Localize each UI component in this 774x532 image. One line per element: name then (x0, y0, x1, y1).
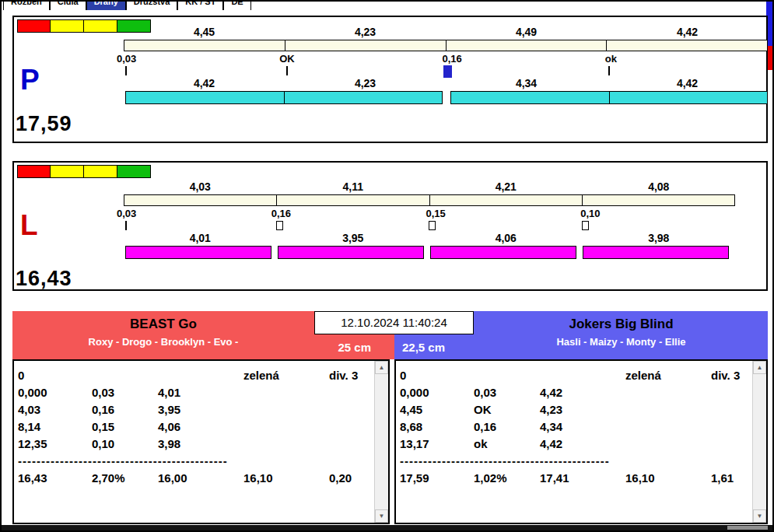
lane-bars-l: 4,03 4,11 4,21 4,08 0,03 0,16 0,15 0,10 (124, 172, 735, 299)
bar-segment (610, 91, 769, 104)
tick-box-marker (429, 221, 436, 230)
result-text-left: 0 zelená div. 3 0,0000,034,01 4,030,163,… (18, 367, 373, 521)
split-time: 4,01 (124, 232, 277, 244)
tab-drahy[interactable]: Dráhy (86, 2, 126, 10)
split-time: 3,95 (277, 232, 430, 244)
bar-segment (429, 195, 582, 205)
bar-segment (278, 246, 424, 259)
change-labels-p: 0,03 OK 0,16 ok (117, 53, 768, 65)
bar-segment (276, 195, 429, 205)
result-row: 13,17ok4,42 (400, 436, 751, 453)
bar-segment (583, 246, 729, 259)
change-label: 0,16 (271, 208, 426, 219)
upper-split-times-p: 4,45 4,23 4,49 4,42 (124, 26, 768, 38)
result-panel-left: 0 zelená div. 3 0,0000,034,01 4,030,163,… (12, 359, 390, 524)
result-row: 8,680,164,34 (400, 418, 751, 436)
bar-segment (430, 246, 576, 259)
scrollbar-left[interactable]: ▲ ▼ (374, 361, 388, 523)
team-name-left: BEAST Go (12, 311, 314, 332)
tab-rozbeh[interactable]: Rozbeh (3, 2, 50, 10)
change-label: ok (605, 53, 768, 65)
split-time: 4,11 (277, 180, 430, 193)
change-label: 0,03 (117, 208, 271, 219)
lane-panel-l: L 16,43 4,03 4,11 4,21 4,08 0,03 0,16 0,… (12, 161, 768, 291)
upper-segment-bar-l (124, 194, 735, 206)
scroll-down-icon[interactable]: ▼ (753, 509, 766, 523)
status-square-red (17, 165, 51, 178)
tick-box-marker (276, 221, 283, 230)
lane-letter-p: P (20, 65, 40, 94)
split-time: 4,42 (607, 77, 768, 89)
lane-letter-l: L (20, 211, 38, 240)
upper-segment-bar-p (124, 40, 768, 51)
status-square-yellow-1 (51, 19, 84, 33)
change-label: 0,10 (580, 208, 735, 219)
split-time: 4,42 (607, 26, 768, 38)
result-row: 4,030,163,95 (18, 401, 373, 418)
split-time: 4,21 (429, 180, 583, 193)
bar-segment (124, 195, 276, 205)
jump-height-right: 22,5 cm (402, 341, 445, 354)
bar-segment (125, 246, 271, 259)
bottom-edge-resize-area (727, 526, 768, 530)
app-window: Rozbeh Cidla Dráhy Družstva KK / ST DE P… (0, 0, 774, 532)
split-time: 4,06 (429, 232, 583, 244)
bar-segment (285, 40, 446, 51)
bar-segment (124, 40, 285, 51)
result-total-row: 17,59 1,02% 17,41 16,10 1,61 (400, 470, 751, 487)
result-text-right: 0 zelená div. 3 0,0000,034,42 4,45OK4,23… (400, 367, 751, 521)
split-time: 4,08 (583, 180, 736, 193)
result-head-row: 0 zelená div. 3 (18, 367, 373, 384)
bar-segment (125, 91, 285, 104)
change-label: 0,03 (117, 53, 279, 65)
tick-marker (286, 66, 288, 75)
change-label: OK (279, 53, 442, 65)
bar-segment (606, 40, 767, 51)
dog-list-right: Hasli - Maizy - Monty - Ellie (475, 336, 768, 348)
active-marker (443, 65, 452, 78)
bar-segment (450, 91, 610, 104)
upper-split-times-l: 4,03 4,11 4,21 4,08 (124, 180, 735, 193)
result-row: 0,0000,034,01 (18, 384, 373, 401)
result-row: 12,350,103,98 (18, 436, 373, 453)
result-row: 4,45OK4,23 (400, 401, 751, 418)
scrollbar-right[interactable]: ▲ ▼ (752, 361, 766, 523)
marker-row-p (124, 65, 768, 78)
scroll-up-icon[interactable]: ▲ (753, 361, 766, 374)
split-time: 4,42 (124, 77, 285, 89)
lane-panel-p: P 17,59 4,45 4,23 4,49 4,42 0,03 OK 0,16… (12, 16, 768, 143)
result-total-row: 16,43 2,70% 16,00 16,10 0,20 (18, 470, 373, 487)
tab-bar: Rozbeh Cidla Dráhy Družstva KK / ST DE (3, 2, 251, 10)
jump-height-left: 25 cm (338, 341, 371, 354)
result-row: 8,140,154,06 (18, 418, 373, 436)
lane-total-l: 16,43 (16, 267, 72, 291)
datetime-display: 12.10.2024 11:40:24 (314, 311, 474, 334)
result-separator: ----------------------------------------… (18, 453, 373, 470)
tick-marker (125, 66, 127, 75)
scroll-up-icon[interactable]: ▲ (375, 361, 388, 374)
tick-box-marker (582, 221, 589, 230)
bar-segment (285, 91, 443, 104)
change-label: 0,15 (426, 208, 581, 219)
bar-segment (446, 40, 607, 51)
scroll-down-icon[interactable]: ▼ (375, 509, 388, 523)
tab-de[interactable]: DE (223, 2, 250, 10)
tick-marker (608, 66, 610, 75)
split-time: 4,49 (446, 26, 607, 38)
window-bottom-edge (2, 525, 772, 530)
status-square-yellow-2 (84, 165, 117, 178)
tab-cidla[interactable]: Cidla (50, 2, 86, 10)
lane-total-p: 17,59 (16, 112, 72, 136)
tab-kk-st[interactable]: KK / ST (177, 2, 223, 10)
split-time: 3,98 (583, 232, 736, 244)
status-square-yellow-1 (51, 165, 84, 178)
bar-segment (582, 195, 734, 205)
split-time: 4,45 (124, 26, 285, 38)
lane-bars-p: 4,45 4,23 4,49 4,42 0,03 OK 0,16 ok (124, 17, 768, 142)
dog-list-left: Roxy - Drogo - Brooklyn - Evo - (12, 336, 314, 348)
tab-druzstva[interactable]: Družstva (126, 2, 177, 10)
status-square-red (17, 19, 51, 33)
team-name-right: Jokers Big Blind (475, 311, 768, 332)
split-time: 4,23 (285, 77, 446, 89)
change-label: 0,16 (443, 53, 605, 65)
